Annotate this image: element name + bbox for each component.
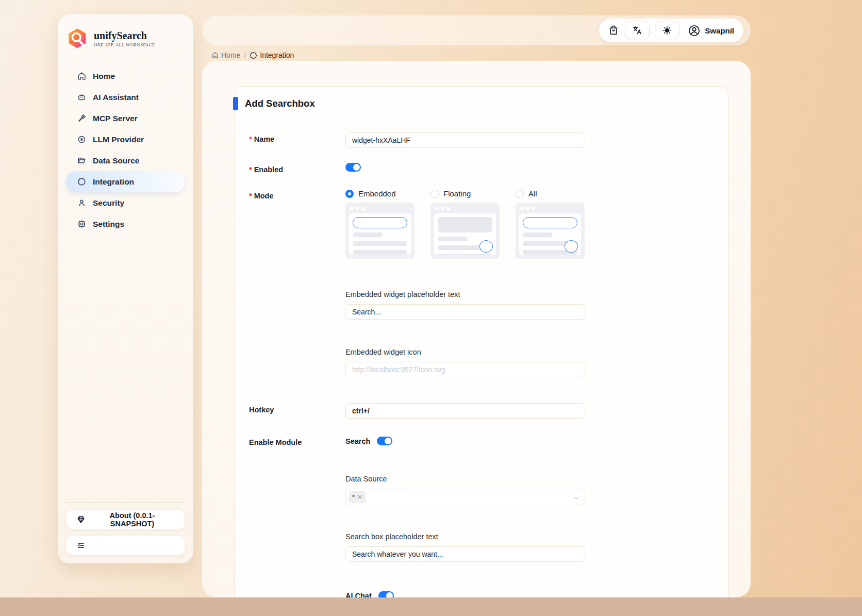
user-menu[interactable]: Swapnil: [688, 24, 734, 37]
sidebar-item-mcp-server[interactable]: MCP Server: [66, 108, 185, 129]
brain-gear-icon: [77, 135, 86, 144]
language-button[interactable]: [625, 21, 650, 40]
sun-icon: [662, 25, 672, 36]
sidebar-nav: Home AI Assistant MCP Server LLM Provide…: [58, 65, 193, 235]
module-search-label: Search: [345, 437, 370, 445]
tag-label: *: [352, 493, 355, 501]
header-actions: Swapnil: [599, 19, 743, 42]
field-enable-module-row: Enable Module Search: [249, 436, 714, 446]
ai-chat-toggle[interactable]: [378, 591, 394, 597]
breadcrumb: Home / Integration: [211, 51, 294, 59]
user-name: Swapnil: [705, 26, 734, 35]
search-module-toggle[interactable]: [377, 437, 392, 445]
gear-icon: [77, 220, 86, 228]
divider: [66, 59, 185, 59]
mode-option-all: All: [516, 189, 585, 259]
field-name-row: *Name: [249, 132, 714, 148]
about-label: About (0.0.1-SNAPSHOT): [90, 511, 174, 528]
radio-icon[interactable]: [516, 190, 524, 198]
translate-icon: [632, 25, 642, 36]
browser-dots: [434, 206, 496, 213]
field-ai-chat: AI Chat: [345, 590, 585, 597]
embedded-placeholder-label: Embedded widget placeholder text: [345, 290, 585, 298]
sidebar-item-security[interactable]: Security: [66, 192, 185, 213]
required-mark: *: [249, 165, 252, 174]
radio-floating[interactable]: Floating: [430, 189, 500, 198]
desktop-edge: [0, 597, 862, 616]
data-source-select[interactable]: *: [345, 489, 585, 505]
breadcrumb-home[interactable]: Home: [211, 51, 240, 59]
home-icon: [77, 72, 86, 80]
field-embedded-placeholder: Embedded widget placeholder text: [345, 290, 585, 320]
brand-tagline: ONE APP. ALL WORKSPACE: [94, 42, 155, 47]
folder-icon: [77, 156, 86, 165]
hotkey-input[interactable]: [345, 403, 585, 419]
preview-floating-button: [565, 240, 578, 253]
radio-label: Embedded: [358, 189, 396, 198]
data-source-label: Data Source: [345, 475, 585, 483]
field-data-source: Data Source *: [345, 475, 585, 505]
sidebar-item-label: Security: [93, 198, 124, 208]
preview-floating-button: [479, 240, 493, 253]
robot-icon: [77, 93, 86, 102]
title-accent-bar: [233, 97, 238, 110]
sidebar-item-label: LLM Provider: [93, 135, 144, 144]
sidebar: unifySearch ONE APP. ALL WORKSPACE Home …: [58, 14, 193, 563]
form-title-row: Add Searchbox: [235, 87, 728, 110]
field-mode-row: *Mode Embedded: [249, 189, 714, 259]
hammer-icon: [77, 114, 86, 123]
embedded-icon-input[interactable]: [345, 362, 585, 377]
field-embedded-icon: Embedded widget icon: [345, 348, 585, 377]
brand-name: unifySearch: [94, 30, 155, 41]
mode-preview-embedded[interactable]: [345, 203, 415, 259]
sidebar-item-settings[interactable]: Settings: [66, 213, 185, 235]
badge-gear-icon: [250, 52, 257, 59]
name-input[interactable]: [345, 132, 585, 148]
search-placeholder-input[interactable]: [345, 546, 585, 562]
field-enabled-row: *Enabled: [249, 163, 714, 174]
radio-icon[interactable]: [430, 190, 439, 198]
radio-embedded[interactable]: Embedded: [345, 189, 415, 198]
required-mark: *: [249, 192, 252, 200]
about-button[interactable]: About (0.0.1-SNAPSHOT): [66, 510, 185, 529]
sidebar-item-label: Home: [93, 72, 115, 81]
radio-label: Floating: [443, 189, 471, 198]
remove-tag-icon[interactable]: [357, 494, 362, 500]
user-icon: [77, 198, 86, 207]
hotkey-label: Hotkey: [249, 403, 345, 414]
embedded-icon-label: Embedded widget icon: [345, 348, 585, 356]
sidebar-item-llm-provider[interactable]: LLM Provider: [66, 129, 185, 150]
embedded-placeholder-input[interactable]: [345, 304, 585, 320]
theme-toggle-button[interactable]: [655, 21, 679, 40]
preview-searchbar: [523, 217, 577, 228]
sidebar-item-label: Integration: [93, 177, 134, 187]
mode-preview-floating[interactable]: [430, 203, 500, 259]
breadcrumb-current: Integration: [250, 51, 294, 59]
store-bag-icon[interactable]: [607, 24, 620, 37]
radio-label: All: [528, 189, 537, 198]
home-icon: [211, 52, 219, 59]
radio-all[interactable]: All: [516, 189, 585, 198]
divider: [66, 502, 185, 503]
sidebar-item-home[interactable]: Home: [66, 65, 185, 87]
sidebar-item-data-source[interactable]: Data Source: [66, 150, 185, 171]
collapse-icon: [77, 541, 85, 550]
breadcrumb-current-label: Integration: [260, 51, 294, 59]
radio-icon[interactable]: [345, 190, 354, 198]
sidebar-footer: About (0.0.1-SNAPSHOT): [58, 502, 193, 555]
enable-module-label: Enable Module: [249, 436, 345, 446]
brand: unifySearch ONE APP. ALL WORKSPACE: [58, 27, 193, 59]
preview-content-block: [438, 217, 492, 232]
sidebar-item-ai-assistant[interactable]: AI Assistant: [66, 87, 185, 108]
mode-preview-all[interactable]: [516, 203, 585, 259]
sidebar-item-integration[interactable]: Integration: [66, 171, 185, 192]
ai-chat-label: AI Chat: [345, 592, 372, 598]
enabled-toggle[interactable]: [345, 163, 361, 172]
badge-gear-icon: [77, 177, 86, 186]
mode-option-embedded: Embedded: [345, 189, 415, 259]
main-content: Add Searchbox *Name *Enabled: [202, 61, 751, 597]
preview-searchbar: [353, 217, 407, 228]
collapse-sidebar-button[interactable]: [66, 536, 185, 555]
add-searchbox-form: Add Searchbox *Name *Enabled: [235, 86, 728, 597]
field-search-placeholder: Search box placeholder text: [345, 532, 585, 562]
